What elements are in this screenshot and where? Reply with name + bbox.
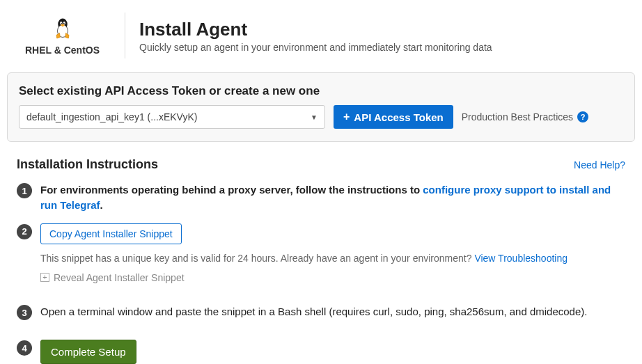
help-icon: ? xyxy=(577,111,588,122)
svg-point-5 xyxy=(63,23,65,24)
instructions-header: Installation Instructions Need Help? xyxy=(0,142,642,179)
step-1: 1 For environments operating behind a pr… xyxy=(0,179,642,220)
token-section-label: Select existing API Access Token or crea… xyxy=(19,84,623,98)
reveal-snippet-toggle[interactable]: + Reveal Agent Installer Snippet xyxy=(40,271,625,285)
page-title: Install Agent xyxy=(139,19,492,40)
step-1-content: For environments operating behind a prox… xyxy=(40,182,625,213)
token-dropdown[interactable]: default_ingestion_api_key1 (...xEKVyK) ▼ xyxy=(19,105,325,129)
step-badge-3: 3 xyxy=(17,305,32,320)
step-4-content: Complete Setup xyxy=(40,340,625,364)
plus-icon: + xyxy=(343,111,350,123)
step-1-suffix: . xyxy=(100,199,103,211)
os-logo-block: RHEL & CentOS xyxy=(0,13,125,58)
instructions-heading: Installation Instructions xyxy=(17,157,158,172)
need-help-link[interactable]: Need Help? xyxy=(574,159,625,171)
token-selected: default_ingestion_api_key1 (...xEKVyK) xyxy=(26,111,197,122)
step-3-text: Open a terminal window and paste the sni… xyxy=(40,304,625,319)
copy-snippet-button[interactable]: Copy Agent Installer Snippet xyxy=(40,223,182,244)
step-2-content: Copy Agent Installer Snippet This snippe… xyxy=(40,223,625,285)
page-header: RHEL & CentOS Install Agent Quickly setu… xyxy=(0,0,642,65)
step-badge-4: 4 xyxy=(17,340,32,356)
token-section: Select existing API Access Token or crea… xyxy=(7,72,635,142)
expand-icon: + xyxy=(40,273,49,282)
token-row: default_ingestion_api_key1 (...xEKVyK) ▼… xyxy=(19,105,623,129)
step-2: 2 Copy Agent Installer Snippet This snip… xyxy=(0,220,642,292)
os-label: RHEL & CentOS xyxy=(25,45,100,56)
add-token-label: API Access Token xyxy=(354,111,443,123)
complete-setup-button[interactable]: Complete Setup xyxy=(40,340,136,364)
troubleshooting-link[interactable]: View Troubleshooting xyxy=(474,253,567,264)
best-practices-link[interactable]: Production Best Practices ? xyxy=(462,111,588,122)
linux-icon xyxy=(50,15,75,40)
chevron-down-icon: ▼ xyxy=(311,113,318,121)
best-practices-label: Production Best Practices xyxy=(462,111,573,122)
svg-point-4 xyxy=(61,23,62,24)
snippet-note-text: This snippet has a unique key and is val… xyxy=(40,253,474,264)
step-3: 3 Open a terminal window and paste the s… xyxy=(0,292,642,327)
reveal-label: Reveal Agent Installer Snippet xyxy=(54,271,185,285)
snippet-note: This snippet has a unique key and is val… xyxy=(40,251,625,265)
page-subtitle: Quickly setup an agent in your environme… xyxy=(139,42,492,53)
add-token-button[interactable]: + API Access Token xyxy=(334,105,453,129)
step-badge-1: 1 xyxy=(17,183,32,198)
title-block: Install Agent Quickly setup an agent in … xyxy=(125,13,492,58)
step-badge-2: 2 xyxy=(17,224,32,239)
step-1-prefix: For environments operating behind a prox… xyxy=(40,184,423,196)
step-4: 4 Complete Setup xyxy=(0,327,642,364)
